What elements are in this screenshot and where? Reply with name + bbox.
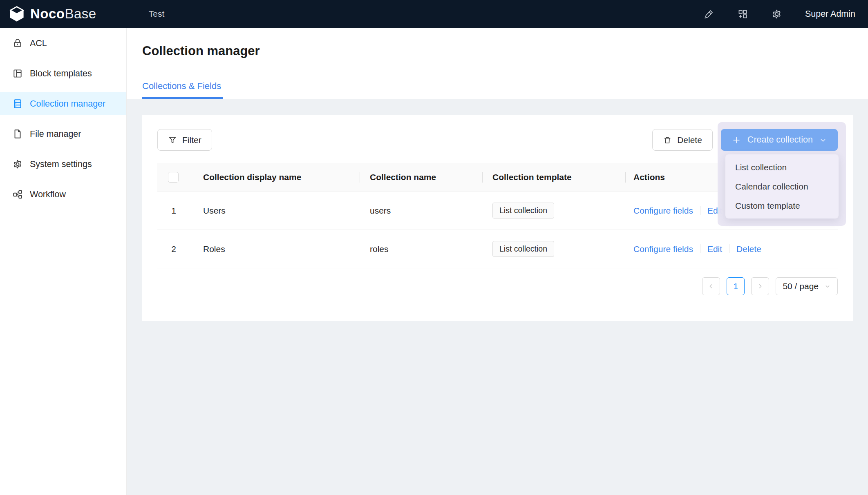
action-divider — [729, 244, 729, 253]
sidebar-item-label: File manager — [30, 129, 81, 139]
sidebar-item-label: Workflow — [30, 190, 66, 200]
layout-icon — [12, 68, 23, 79]
header-collection-template: Collection template — [482, 172, 625, 182]
page-1-button[interactable]: 1 — [727, 277, 745, 295]
lock-icon — [12, 38, 23, 49]
database-icon — [12, 98, 23, 109]
row-index: 2 — [157, 244, 190, 254]
trash-icon — [663, 136, 672, 145]
brand-text-bold: Noco — [30, 6, 65, 21]
menu-item-list-collection[interactable]: List collection — [725, 158, 839, 177]
action-link-delete[interactable]: Delete — [736, 244, 761, 254]
action-divider — [700, 206, 700, 215]
sidebar-item-workflow[interactable]: Workflow — [0, 183, 126, 206]
nocobase-logo-icon — [8, 5, 25, 22]
settings-gear-icon[interactable] — [771, 9, 782, 20]
action-link-configure-fields[interactable]: Configure fields — [633, 206, 693, 215]
menu-item-custom-template[interactable]: Custom template — [725, 196, 839, 215]
user-menu[interactable]: Super Admin — [805, 9, 855, 19]
cell-display-name: Users — [190, 206, 360, 216]
chevron-left-icon — [707, 283, 715, 290]
toolbar: Filter Delete — [157, 115, 838, 151]
cell-collection-template: List collection — [482, 203, 625, 219]
row-index: 1 — [157, 206, 190, 216]
template-tag: List collection — [492, 203, 554, 219]
plugins-appstore-add-icon[interactable] — [737, 9, 748, 20]
header-collection-name: Collection name — [360, 172, 482, 182]
brand-text: NocoBase — [30, 6, 96, 22]
navbar-right: Super Admin — [703, 9, 868, 20]
content-area: Filter Delete — [127, 99, 868, 321]
nav-menu-item-test[interactable]: Test — [149, 9, 165, 18]
chevron-down-icon — [824, 283, 831, 290]
action-link-edit[interactable]: Edit — [707, 244, 722, 254]
create-collection-menu: List collection Calendar collection Cust… — [725, 154, 839, 219]
sidebar-item-label: ACL — [30, 38, 47, 49]
page-size-select[interactable]: 50 / page — [776, 277, 838, 295]
create-collection-button-label: Create collection — [747, 135, 813, 145]
sidebar-item-collection-manager[interactable]: Collection manager — [0, 92, 126, 115]
navbar-menu: Test — [149, 9, 165, 19]
filter-funnel-icon — [168, 136, 177, 145]
menu-item-calendar-collection[interactable]: Calendar collection — [725, 177, 839, 196]
chevron-right-icon — [756, 283, 764, 290]
sidebar-item-file-manager[interactable]: File manager — [0, 123, 126, 145]
brand[interactable]: NocoBase — [0, 5, 96, 22]
ui-editor-highlighter-icon[interactable] — [703, 9, 714, 20]
sidebar: ACL Block templates Collection manager — [0, 28, 127, 495]
sidebar-item-label: Collection manager — [30, 99, 105, 109]
tab-collections-fields[interactable]: Collections & Fields — [142, 81, 223, 99]
cell-collection-name: roles — [360, 244, 482, 254]
action-link-configure-fields[interactable]: Configure fields — [633, 244, 693, 254]
sidebar-item-acl[interactable]: ACL — [0, 32, 126, 55]
tab-bar: Collections & Fields — [142, 81, 868, 99]
filter-button[interactable]: Filter — [157, 129, 212, 151]
header-checkbox-cell — [157, 172, 190, 183]
sidebar-item-block-templates[interactable]: Block templates — [0, 62, 126, 85]
sidebar-item-label: Block templates — [30, 69, 92, 79]
delete-button-label: Delete — [677, 135, 702, 145]
sidebar-item-system-settings[interactable]: System settings — [0, 153, 126, 176]
page-title: Collection manager — [142, 44, 868, 58]
cell-collection-template: List collection — [482, 241, 625, 257]
filter-button-label: Filter — [182, 135, 201, 145]
collections-card: Filter Delete — [142, 115, 853, 321]
plus-icon — [732, 135, 741, 145]
main-area: Collection manager Collections & Fields … — [127, 28, 868, 495]
action-divider — [700, 244, 700, 253]
workflow-icon — [12, 189, 23, 200]
header-collection-display-name: Collection display name — [190, 172, 360, 182]
pagination: 1 50 / page — [157, 277, 838, 295]
page-header: Collection manager Collections & Fields — [127, 28, 868, 99]
cell-collection-name: users — [360, 206, 482, 216]
gear-icon — [12, 159, 23, 169]
cell-display-name: Roles — [190, 244, 360, 254]
file-icon — [12, 129, 23, 139]
top-navbar: NocoBase Test Super Admin — [0, 0, 868, 28]
create-collection-button[interactable]: Create collection — [721, 129, 838, 151]
select-all-checkbox[interactable] — [168, 172, 179, 183]
chevron-down-icon — [819, 136, 827, 144]
delete-button[interactable]: Delete — [652, 129, 713, 151]
page-size-value: 50 / page — [783, 281, 819, 291]
template-tag: List collection — [492, 241, 554, 257]
table-row-roles: 2 Roles roles List collection Configure … — [157, 230, 838, 268]
brand-text-light: Base — [65, 6, 96, 21]
sidebar-item-label: System settings — [30, 159, 92, 169]
prev-page-button[interactable] — [702, 277, 720, 295]
next-page-button[interactable] — [751, 277, 769, 295]
cell-actions: Configure fieldsEditDelete — [625, 244, 838, 254]
